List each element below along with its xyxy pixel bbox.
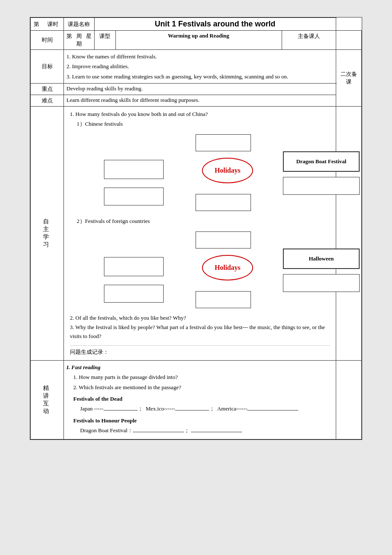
mubiao-1: 1. Know the names of different festivals… (66, 52, 333, 61)
zhongdian-label: 重点 (31, 84, 64, 95)
festivals-honour-title: Festivals to Honour People (66, 416, 333, 425)
type-label: 课型 (94, 31, 115, 50)
jingjiang-second-col (336, 360, 362, 439)
mubiao-content: 1. Know the names of different festivals… (64, 50, 336, 84)
foreign-box-right-lower (283, 274, 360, 292)
halloween-box: Halloween (283, 249, 360, 269)
keti-label: 课题名称 (64, 18, 95, 31)
mubiao-3: 3. Learn to use some reading strategies … (66, 72, 333, 81)
dragon-boat-box: Dragon Boat Festival (283, 151, 360, 172)
foreign-box-bottom-center (196, 291, 251, 308)
japan-line: Japan -----； Mex.ico------； America-----… (66, 404, 333, 413)
q2-text: 2. Of all the festivals, which do you li… (70, 315, 330, 321)
nandian-label: 难点 (31, 95, 64, 107)
america-blank[interactable] (247, 410, 298, 410)
q3-text: 3. Why the festival is liked by people? … (70, 323, 330, 341)
mubiao-label: 目标 (31, 50, 64, 84)
chinese-box-bottom-center (196, 194, 251, 211)
holidays-oval-2: Holidays (202, 255, 253, 280)
fr-q2: 2. Which festivals are mentioned in the … (66, 382, 333, 392)
jingjiang-label: 精 讲 互 动 (31, 360, 64, 439)
honour-blank2[interactable] (191, 432, 242, 432)
dragon-boat-honour-line: Dragon Boat Festival：； (66, 425, 333, 435)
festivals-dead-title: Festivals of the Dead (66, 394, 333, 404)
holidays-oval-1: Holidays (202, 158, 253, 183)
week-label: 第 周 星期 (64, 31, 95, 50)
zizhu-label: 自 主 学 习 (31, 107, 64, 361)
foreign-box-bottom-left (104, 285, 164, 303)
issue-label: 问题生成记录： (70, 345, 330, 356)
foreign-box-top (196, 231, 251, 249)
zhongdian-content: Develop reading skills by reading. (64, 84, 336, 95)
chinese-festivals-diagram: Holidays Dragon Boat Festival (70, 132, 330, 213)
chinese-box-top (196, 134, 251, 151)
mubiao-2: 2. Improve reading abilities. (66, 61, 333, 71)
jingjiang-content: I. Fast reading 1. How many parts is the… (64, 360, 336, 439)
ercibei-label: 二次备课 (336, 50, 362, 107)
chinese-box-right-lower (283, 177, 360, 195)
fr-q1: 1. How many parts is the passage divided… (66, 372, 333, 382)
foreign-box-left (104, 257, 164, 276)
page-title: Unit 1 Festivals around the world (155, 20, 275, 28)
nandian-content: Learn different reading skills for diffe… (64, 95, 336, 107)
chinese-box-bottom-left (104, 188, 164, 205)
foreign-festivals-diagram: Holidays Halloween (70, 229, 330, 310)
type-value: Warming up and Reading (115, 31, 282, 50)
di-label: 第 (31, 18, 43, 31)
zizhu-second-col (336, 107, 362, 361)
foreign-label: 2）Festivals of foreign countries (70, 217, 330, 225)
japan-blank[interactable] (104, 410, 138, 410)
q1-text: 1. How many festivals do you know both i… (70, 111, 330, 118)
main-table: 第 课时 课题名称 Unit 1 Festivals around the wo… (30, 17, 362, 439)
mexico-blank[interactable] (175, 410, 209, 410)
honour-blank1[interactable] (133, 432, 184, 432)
fast-reading-title: I. Fast reading (66, 362, 333, 372)
time-cell: 时间 (31, 31, 64, 50)
teacher-blank (336, 31, 362, 50)
zizhu-content: 1. How many festivals do you know both i… (64, 107, 336, 361)
keshi-label: 课时 (43, 18, 64, 31)
title-cell: Unit 1 Festivals around the world (94, 18, 336, 31)
chinese-box-left (104, 160, 164, 179)
q1-sub1: 1）Chinese festivals (70, 120, 330, 128)
teacher-label: 主备课人 (282, 31, 336, 50)
page: 第 课时 课题名称 Unit 1 Festivals around the wo… (30, 17, 362, 440)
